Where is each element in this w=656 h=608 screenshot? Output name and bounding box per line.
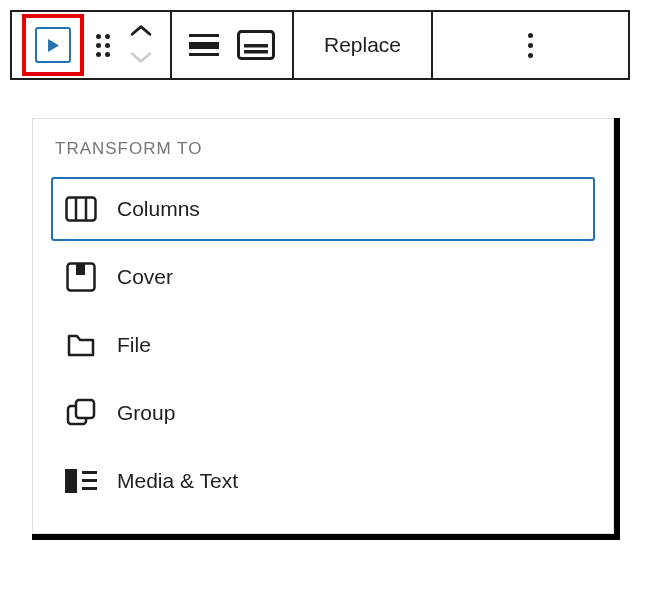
toolbar-group-replace: Replace <box>294 12 433 78</box>
caption-button[interactable] <box>228 21 284 69</box>
align-icon <box>189 34 219 56</box>
video-block-icon <box>48 39 59 52</box>
caption-icon <box>237 30 275 60</box>
move-down-button[interactable] <box>130 49 152 67</box>
cover-icon <box>65 261 97 293</box>
move-up-button[interactable] <box>130 23 152 41</box>
transform-item-label: File <box>117 333 151 357</box>
more-options-button[interactable] <box>506 33 555 58</box>
toolbar-group-more <box>433 12 628 78</box>
svg-rect-6 <box>67 198 96 221</box>
transform-item-media-text[interactable]: Media & Text <box>51 449 595 513</box>
transform-item-label: Cover <box>117 265 173 289</box>
svg-rect-10 <box>76 264 85 275</box>
svg-rect-0 <box>189 34 219 37</box>
transform-item-cover[interactable]: Cover <box>51 245 595 309</box>
group-icon <box>65 397 97 429</box>
chevron-down-icon <box>130 51 152 63</box>
chevron-up-icon <box>130 25 152 37</box>
svg-rect-14 <box>82 471 97 474</box>
block-toolbar: Replace <box>10 10 630 80</box>
replace-button[interactable]: Replace <box>302 33 423 57</box>
transform-item-label: Group <box>117 401 175 425</box>
transform-dropdown: TRANSFORM TO Columns Cover <box>32 118 614 534</box>
media-text-icon <box>65 465 97 497</box>
svg-rect-12 <box>76 400 94 418</box>
block-type-button-highlight <box>22 14 84 76</box>
svg-rect-1 <box>189 42 219 49</box>
block-type-button[interactable] <box>35 27 71 63</box>
transform-item-file[interactable]: File <box>51 313 595 377</box>
svg-rect-4 <box>244 44 268 48</box>
block-movers <box>120 23 162 67</box>
transform-item-group[interactable]: Group <box>51 381 595 445</box>
svg-rect-2 <box>189 53 219 56</box>
transform-item-label: Columns <box>117 197 200 221</box>
transform-item-columns[interactable]: Columns <box>51 177 595 241</box>
more-vertical-icon <box>528 33 533 38</box>
svg-rect-15 <box>82 479 97 482</box>
drag-handle[interactable] <box>86 21 120 69</box>
file-icon <box>65 329 97 361</box>
toolbar-group-block <box>12 12 172 78</box>
columns-icon <box>65 193 97 225</box>
toolbar-group-align <box>172 12 294 78</box>
svg-rect-5 <box>244 50 268 54</box>
svg-rect-13 <box>65 469 77 493</box>
svg-rect-16 <box>82 487 97 490</box>
drag-handle-icon <box>90 34 116 57</box>
align-button[interactable] <box>180 21 228 69</box>
dropdown-header: TRANSFORM TO <box>51 139 595 159</box>
transform-item-label: Media & Text <box>117 469 238 493</box>
transform-dropdown-wrapper: TRANSFORM TO Columns Cover <box>32 118 646 534</box>
